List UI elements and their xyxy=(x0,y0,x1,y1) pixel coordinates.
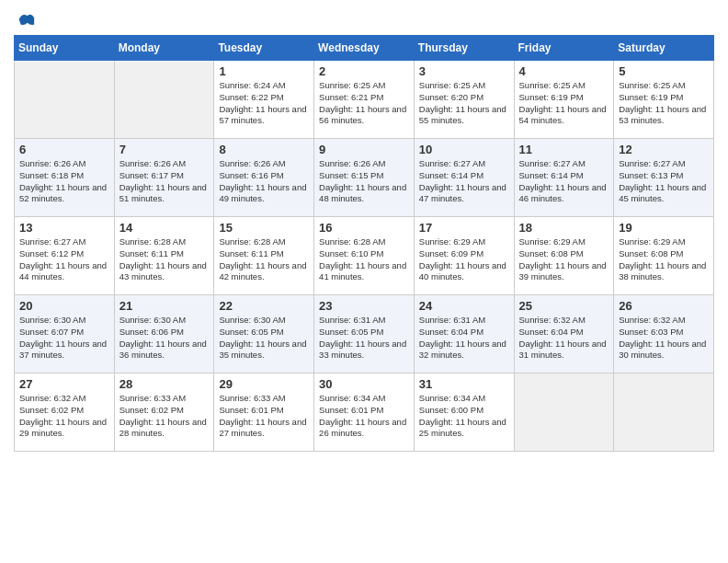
calendar-cell: 26Sunrise: 6:32 AM Sunset: 6:03 PM Dayli… xyxy=(614,295,714,373)
calendar-cell: 22Sunrise: 6:30 AM Sunset: 6:05 PM Dayli… xyxy=(214,295,314,373)
cell-content: Sunrise: 6:26 AM Sunset: 6:18 PM Dayligh… xyxy=(19,158,109,205)
day-number: 19 xyxy=(619,221,709,235)
calendar-cell: 4Sunrise: 6:25 AM Sunset: 6:19 PM Daylig… xyxy=(514,61,614,139)
cell-content: Sunrise: 6:34 AM Sunset: 6:01 PM Dayligh… xyxy=(319,393,409,440)
day-number: 7 xyxy=(119,143,210,156)
cell-content: Sunrise: 6:32 AM Sunset: 6:02 PM Dayligh… xyxy=(19,393,109,440)
calendar-cell: 7Sunrise: 6:26 AM Sunset: 6:17 PM Daylig… xyxy=(114,139,214,217)
calendar-table: SundayMondayTuesdayWednesdayThursdayFrid… xyxy=(14,35,714,452)
cell-content: Sunrise: 6:32 AM Sunset: 6:03 PM Dayligh… xyxy=(619,315,709,362)
cell-content: Sunrise: 6:27 AM Sunset: 6:12 PM Dayligh… xyxy=(19,236,109,283)
cell-content: Sunrise: 6:29 AM Sunset: 6:08 PM Dayligh… xyxy=(619,236,709,283)
calendar-cell: 25Sunrise: 6:32 AM Sunset: 6:04 PM Dayli… xyxy=(514,295,614,373)
calendar-cell: 31Sunrise: 6:34 AM Sunset: 6:00 PM Dayli… xyxy=(414,373,514,452)
day-number: 29 xyxy=(219,377,309,391)
calendar-cell: 20Sunrise: 6:30 AM Sunset: 6:07 PM Dayli… xyxy=(15,295,115,373)
cell-content: Sunrise: 6:27 AM Sunset: 6:14 PM Dayligh… xyxy=(519,158,609,205)
calendar-cell xyxy=(514,373,614,452)
day-number: 10 xyxy=(419,143,509,156)
calendar-cell: 9Sunrise: 6:26 AM Sunset: 6:15 PM Daylig… xyxy=(314,139,415,217)
calendar-cell: 8Sunrise: 6:26 AM Sunset: 6:16 PM Daylig… xyxy=(214,139,314,217)
day-number: 27 xyxy=(19,377,109,391)
calendar-cell: 14Sunrise: 6:28 AM Sunset: 6:11 PM Dayli… xyxy=(114,217,214,295)
calendar-cell: 18Sunrise: 6:29 AM Sunset: 6:08 PM Dayli… xyxy=(514,217,614,295)
weekday-header-friday: Friday xyxy=(514,36,614,61)
day-number: 4 xyxy=(519,64,609,78)
day-number: 24 xyxy=(419,299,509,313)
cell-content: Sunrise: 6:29 AM Sunset: 6:09 PM Dayligh… xyxy=(419,236,509,283)
day-number: 30 xyxy=(319,377,409,391)
calendar-week-row: 1Sunrise: 6:24 AM Sunset: 6:22 PM Daylig… xyxy=(15,61,714,139)
calendar-week-row: 13Sunrise: 6:27 AM Sunset: 6:12 PM Dayli… xyxy=(15,217,714,295)
cell-content: Sunrise: 6:28 AM Sunset: 6:11 PM Dayligh… xyxy=(119,236,210,283)
cell-content: Sunrise: 6:28 AM Sunset: 6:10 PM Dayligh… xyxy=(319,236,409,283)
day-number: 3 xyxy=(419,64,509,78)
calendar-cell: 5Sunrise: 6:25 AM Sunset: 6:19 PM Daylig… xyxy=(614,61,714,139)
calendar-cell: 2Sunrise: 6:25 AM Sunset: 6:21 PM Daylig… xyxy=(314,61,415,139)
day-number: 28 xyxy=(119,377,210,391)
cell-content: Sunrise: 6:25 AM Sunset: 6:20 PM Dayligh… xyxy=(419,80,509,127)
cell-content: Sunrise: 6:27 AM Sunset: 6:14 PM Dayligh… xyxy=(419,158,509,205)
day-number: 18 xyxy=(519,221,609,235)
calendar-cell: 23Sunrise: 6:31 AM Sunset: 6:05 PM Dayli… xyxy=(314,295,415,373)
day-number: 11 xyxy=(519,143,609,156)
calendar-cell: 10Sunrise: 6:27 AM Sunset: 6:14 PM Dayli… xyxy=(414,139,514,217)
calendar-cell: 12Sunrise: 6:27 AM Sunset: 6:13 PM Dayli… xyxy=(614,139,714,217)
calendar-cell xyxy=(15,61,115,139)
day-number: 14 xyxy=(119,221,210,235)
calendar-cell: 11Sunrise: 6:27 AM Sunset: 6:14 PM Dayli… xyxy=(514,139,614,217)
day-number: 15 xyxy=(219,221,309,235)
day-number: 26 xyxy=(619,299,709,313)
cell-content: Sunrise: 6:28 AM Sunset: 6:11 PM Dayligh… xyxy=(219,236,309,283)
day-number: 16 xyxy=(319,221,409,235)
cell-content: Sunrise: 6:34 AM Sunset: 6:00 PM Dayligh… xyxy=(419,393,509,440)
cell-content: Sunrise: 6:29 AM Sunset: 6:08 PM Dayligh… xyxy=(519,236,609,283)
calendar-cell: 28Sunrise: 6:33 AM Sunset: 6:02 PM Dayli… xyxy=(114,373,214,452)
day-number: 23 xyxy=(319,299,409,313)
weekday-header-tuesday: Tuesday xyxy=(214,36,314,61)
calendar-cell: 15Sunrise: 6:28 AM Sunset: 6:11 PM Dayli… xyxy=(214,217,314,295)
calendar-cell: 24Sunrise: 6:31 AM Sunset: 6:04 PM Dayli… xyxy=(414,295,514,373)
weekday-header-sunday: Sunday xyxy=(15,36,115,61)
calendar-cell: 30Sunrise: 6:34 AM Sunset: 6:01 PM Dayli… xyxy=(314,373,415,452)
cell-content: Sunrise: 6:25 AM Sunset: 6:21 PM Dayligh… xyxy=(319,80,409,127)
weekday-header-monday: Monday xyxy=(114,36,214,61)
calendar-cell xyxy=(114,61,214,139)
cell-content: Sunrise: 6:25 AM Sunset: 6:19 PM Dayligh… xyxy=(519,80,609,127)
day-number: 17 xyxy=(419,221,509,235)
cell-content: Sunrise: 6:30 AM Sunset: 6:05 PM Dayligh… xyxy=(219,315,309,362)
day-number: 12 xyxy=(619,143,709,156)
day-number: 1 xyxy=(219,64,309,78)
cell-content: Sunrise: 6:31 AM Sunset: 6:04 PM Dayligh… xyxy=(419,315,509,362)
weekday-header-row: SundayMondayTuesdayWednesdayThursdayFrid… xyxy=(15,36,714,61)
day-number: 9 xyxy=(319,143,409,156)
calendar-cell: 17Sunrise: 6:29 AM Sunset: 6:09 PM Dayli… xyxy=(414,217,514,295)
calendar-cell: 3Sunrise: 6:25 AM Sunset: 6:20 PM Daylig… xyxy=(414,61,514,139)
weekday-header-wednesday: Wednesday xyxy=(314,36,415,61)
cell-content: Sunrise: 6:33 AM Sunset: 6:01 PM Dayligh… xyxy=(219,393,309,440)
weekday-header-saturday: Saturday xyxy=(614,36,714,61)
calendar-cell: 16Sunrise: 6:28 AM Sunset: 6:10 PM Dayli… xyxy=(314,217,415,295)
day-number: 21 xyxy=(119,299,210,313)
cell-content: Sunrise: 6:26 AM Sunset: 6:15 PM Dayligh… xyxy=(319,158,409,205)
calendar-cell: 21Sunrise: 6:30 AM Sunset: 6:06 PM Dayli… xyxy=(114,295,214,373)
cell-content: Sunrise: 6:26 AM Sunset: 6:17 PM Dayligh… xyxy=(119,158,210,205)
cell-content: Sunrise: 6:25 AM Sunset: 6:19 PM Dayligh… xyxy=(619,80,709,127)
day-number: 20 xyxy=(19,299,109,313)
calendar-cell: 27Sunrise: 6:32 AM Sunset: 6:02 PM Dayli… xyxy=(15,373,115,452)
cell-content: Sunrise: 6:24 AM Sunset: 6:22 PM Dayligh… xyxy=(219,80,309,127)
day-number: 2 xyxy=(319,64,409,78)
calendar-cell: 6Sunrise: 6:26 AM Sunset: 6:18 PM Daylig… xyxy=(15,139,115,217)
page-header xyxy=(14,9,714,26)
day-number: 5 xyxy=(619,64,709,78)
day-number: 8 xyxy=(219,143,309,156)
calendar-cell: 13Sunrise: 6:27 AM Sunset: 6:12 PM Dayli… xyxy=(15,217,115,295)
logo xyxy=(14,9,36,26)
calendar-cell: 1Sunrise: 6:24 AM Sunset: 6:22 PM Daylig… xyxy=(214,61,314,139)
cell-content: Sunrise: 6:32 AM Sunset: 6:04 PM Dayligh… xyxy=(519,315,609,362)
day-number: 31 xyxy=(419,377,509,391)
day-number: 13 xyxy=(19,221,109,235)
cell-content: Sunrise: 6:30 AM Sunset: 6:06 PM Dayligh… xyxy=(119,315,210,362)
weekday-header-thursday: Thursday xyxy=(414,36,514,61)
cell-content: Sunrise: 6:33 AM Sunset: 6:02 PM Dayligh… xyxy=(119,393,210,440)
